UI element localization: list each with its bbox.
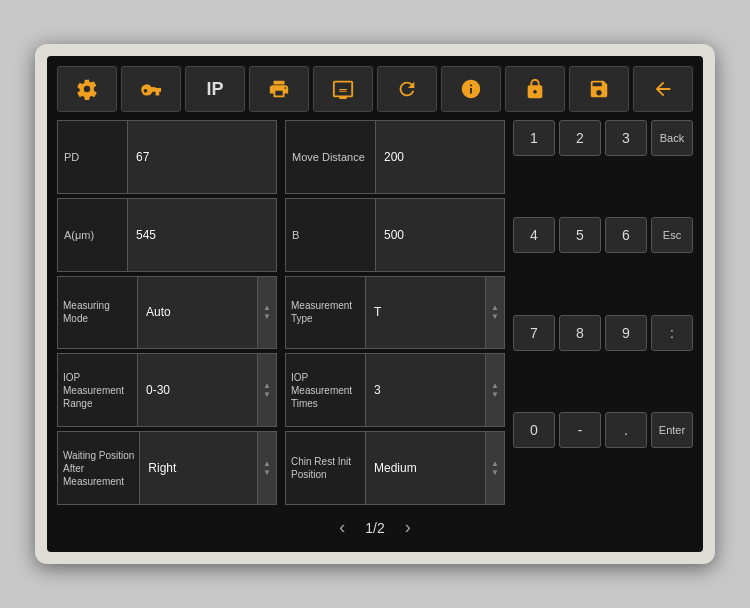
move-distance-label: Move Distance <box>286 121 376 193</box>
back-key-btn[interactable]: Back <box>651 120 693 156</box>
num-8-btn[interactable]: 8 <box>559 315 601 351</box>
num-5-btn[interactable]: 5 <box>559 217 601 253</box>
waiting-position-label: Waiting PositionAfterMeasurement <box>58 432 140 504</box>
enter-btn[interactable]: Enter <box>651 412 693 448</box>
settings-btn[interactable] <box>57 66 117 112</box>
right-params: Move Distance 200 B 500 MeasurementType … <box>285 120 505 505</box>
ip-label: IP <box>206 79 223 100</box>
measurement-type-spinner[interactable]: ▲ ▼ <box>485 277 504 349</box>
device-frame: IP <box>35 44 715 564</box>
pd-value: 67 <box>128 121 276 193</box>
ip-btn[interactable]: IP <box>185 66 245 112</box>
pd-label: PD <box>58 121 128 193</box>
b-label: B <box>286 199 376 271</box>
colon-btn[interactable]: : <box>651 315 693 351</box>
iop-times-spinner[interactable]: ▲ ▼ <box>485 354 504 426</box>
num-1-btn[interactable]: 1 <box>513 120 555 156</box>
chin-rest-label: Chin Rest InitPosition <box>286 432 366 504</box>
chin-rest-value: Medium <box>366 432 485 504</box>
waiting-position-value: Right <box>140 432 257 504</box>
refresh-btn[interactable] <box>377 66 437 112</box>
minus-btn[interactable]: - <box>559 412 601 448</box>
num-9-btn[interactable]: 9 <box>605 315 647 351</box>
iop-range-value: 0-30 <box>138 354 257 426</box>
num-3-btn[interactable]: 3 <box>605 120 647 156</box>
num-6-btn[interactable]: 6 <box>605 217 647 253</box>
iop-times-value: 3 <box>366 354 485 426</box>
dot-btn[interactable]: . <box>605 412 647 448</box>
pagination: ‹ 1/2 › <box>57 513 693 542</box>
chin-rest-spinner[interactable]: ▲ ▼ <box>485 432 504 504</box>
measurement-type-row: MeasurementType T ▲ ▼ <box>285 276 505 350</box>
left-params: PD 67 A(μm) 545 MeasuringMode Auto ▲ ▼ <box>57 120 277 505</box>
measurement-type-value: T <box>366 277 485 349</box>
waiting-position-row: Waiting PositionAfterMeasurement Right ▲… <box>57 431 277 505</box>
b-row: B 500 <box>285 198 505 272</box>
iop-times-row: IOPMeasurementTimes 3 ▲ ▼ <box>285 353 505 427</box>
screen: IP <box>47 56 703 552</box>
num-2-btn[interactable]: 2 <box>559 120 601 156</box>
esc-btn[interactable]: Esc <box>651 217 693 253</box>
measuring-mode-spinner[interactable]: ▲ ▼ <box>257 277 276 349</box>
measuring-mode-label: MeasuringMode <box>58 277 138 349</box>
a-um-row: A(μm) 545 <box>57 198 277 272</box>
numpad: 1 2 3 Back 4 5 6 Esc 7 8 9 : 0 - . Enter <box>513 120 693 505</box>
main-content: PD 67 A(μm) 545 MeasuringMode Auto ▲ ▼ <box>57 120 693 505</box>
back-btn[interactable] <box>633 66 693 112</box>
iop-range-spinner[interactable]: ▲ ▼ <box>257 354 276 426</box>
measuring-mode-row: MeasuringMode Auto ▲ ▼ <box>57 276 277 350</box>
b-value: 500 <box>376 199 504 271</box>
prev-page-btn[interactable]: ‹ <box>339 517 345 538</box>
a-um-value: 545 <box>128 199 276 271</box>
measuring-mode-value: Auto <box>138 277 257 349</box>
iop-times-label: IOPMeasurementTimes <box>286 354 366 426</box>
save-btn[interactable] <box>569 66 629 112</box>
iop-range-row: IOPMeasurementRange 0-30 ▲ ▼ <box>57 353 277 427</box>
info-btn[interactable] <box>441 66 501 112</box>
a-um-label: A(μm) <box>58 199 128 271</box>
lock-btn[interactable] <box>505 66 565 112</box>
num-0-btn[interactable]: 0 <box>513 412 555 448</box>
page-indicator: 1/2 <box>365 520 384 536</box>
toolbar: IP <box>57 66 693 112</box>
move-distance-row: Move Distance 200 <box>285 120 505 194</box>
num-7-btn[interactable]: 7 <box>513 315 555 351</box>
chin-rest-row: Chin Rest InitPosition Medium ▲ ▼ <box>285 431 505 505</box>
iop-range-label: IOPMeasurementRange <box>58 354 138 426</box>
num-4-btn[interactable]: 4 <box>513 217 555 253</box>
display-btn[interactable] <box>313 66 373 112</box>
measurement-type-label: MeasurementType <box>286 277 366 349</box>
waiting-position-spinner[interactable]: ▲ ▼ <box>257 432 276 504</box>
print-btn[interactable] <box>249 66 309 112</box>
pd-row: PD 67 <box>57 120 277 194</box>
next-page-btn[interactable]: › <box>405 517 411 538</box>
move-distance-value: 200 <box>376 121 504 193</box>
key-btn[interactable] <box>121 66 181 112</box>
